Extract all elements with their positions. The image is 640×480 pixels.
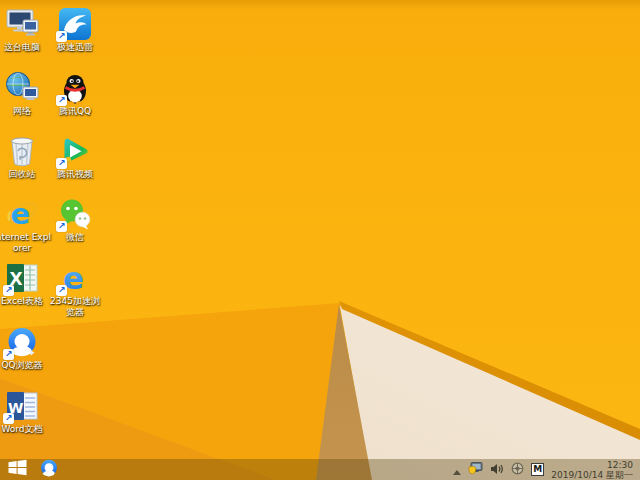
excel-icon: X ↗ — [5, 261, 39, 295]
desktop-icon-word[interactable]: W ↗ Word文档 — [0, 389, 51, 435]
thunder-icon: ↗ — [58, 7, 92, 41]
show-hidden-icons-button[interactable] — [453, 460, 461, 479]
utility-wheel-button[interactable] — [511, 460, 524, 479]
shortcut-arrow-icon: ↗ — [3, 413, 14, 424]
taskbar-left — [0, 459, 64, 480]
icon-label: 极速迅雷 — [46, 42, 104, 53]
icon-label: 腾讯QQ — [46, 106, 104, 117]
tencent-video-icon: ↗ — [58, 134, 92, 168]
desktop-icon-internet-explorer[interactable]: e Internet Explorer — [0, 197, 51, 254]
icon-label: Word文档 — [0, 424, 51, 435]
security-status-icon — [468, 460, 483, 479]
taskbar: M 12:30 2019/10/14 星期一 — [0, 459, 640, 480]
security-status-button[interactable] — [468, 460, 483, 479]
desktop: 这台电脑 ↗ 极速迅雷 — [0, 0, 640, 480]
utility-wheel-icon — [511, 460, 524, 479]
system-tray: M 12:30 2019/10/14 星期一 — [453, 459, 640, 480]
clock-date: 2019/10/14 星期一 — [551, 470, 633, 480]
shortcut-arrow-icon: ↗ — [56, 285, 67, 296]
volume-icon — [490, 460, 504, 479]
network-icon — [5, 71, 39, 105]
shortcut-arrow-icon: ↗ — [3, 285, 14, 296]
shortcut-arrow-icon: ↗ — [56, 221, 67, 232]
icon-label: 网络 — [0, 106, 51, 117]
ime-indicator[interactable]: M — [531, 463, 544, 476]
icon-label: QQ浏览器 — [0, 360, 51, 371]
word-icon: W ↗ — [5, 389, 39, 423]
desktop-icon-2345-browser[interactable]: e ↗ 2345加速浏览器 — [46, 261, 104, 318]
desktop-icon-wechat[interactable]: ↗ 微信 — [46, 197, 104, 243]
qq-browser-taskbar-icon — [39, 458, 59, 480]
desktop-icon-qq-browser[interactable]: ↗ QQ浏览器 — [0, 325, 51, 371]
2345-browser-icon: e ↗ — [58, 261, 92, 295]
desktop-icon-tencent-video[interactable]: ↗ 腾讯视频 — [46, 134, 104, 180]
shortcut-arrow-icon: ↗ — [56, 158, 67, 169]
icon-label: Excel表格 — [0, 296, 51, 307]
internet-explorer-icon: e — [5, 197, 39, 231]
taskbar-clock[interactable]: 12:30 2019/10/14 星期一 — [551, 460, 633, 480]
start-button[interactable] — [0, 459, 34, 480]
taskbar-qq-browser-button[interactable] — [34, 459, 64, 480]
svg-text:e: e — [11, 197, 31, 231]
icon-label: 2345加速浏览器 — [46, 296, 104, 318]
desktop-icon-thunder[interactable]: ↗ 极速迅雷 — [46, 7, 104, 53]
shortcut-arrow-icon: ↗ — [56, 31, 67, 42]
desktop-icon-excel[interactable]: X ↗ Excel表格 — [0, 261, 51, 307]
icon-label: Internet Explorer — [0, 232, 51, 254]
clock-time: 12:30 — [551, 460, 633, 470]
shortcut-arrow-icon: ↗ — [3, 349, 14, 360]
icon-label: 这台电脑 — [0, 42, 51, 53]
desktop-icon-qq[interactable]: ↗ 腾讯QQ — [46, 71, 104, 117]
show-hidden-icon — [453, 460, 461, 479]
icon-label: 回收站 — [0, 169, 51, 180]
desktop-icon-recycle-bin[interactable]: 回收站 — [0, 134, 51, 180]
qq-icon: ↗ — [58, 71, 92, 105]
start-icon — [8, 458, 27, 480]
desktop-icon-network[interactable]: 网络 — [0, 71, 51, 117]
this-pc-icon — [5, 7, 39, 41]
qq-browser-icon: ↗ — [5, 325, 39, 359]
icon-label: 腾讯视频 — [46, 169, 104, 180]
desktop-icon-this-pc[interactable]: 这台电脑 — [0, 7, 51, 53]
shortcut-arrow-icon: ↗ — [56, 95, 67, 106]
wechat-icon: ↗ — [58, 197, 92, 231]
volume-button[interactable] — [490, 460, 504, 479]
recycle-bin-icon — [5, 134, 39, 168]
icon-label: 微信 — [46, 232, 104, 243]
